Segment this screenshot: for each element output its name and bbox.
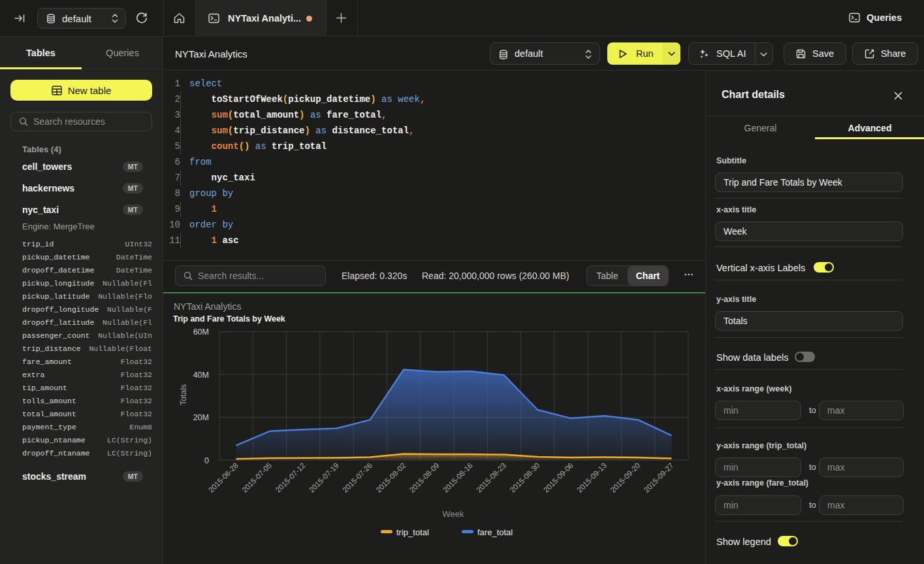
svg-text:2015-09-06: 2015-09-06: [542, 461, 575, 494]
svg-text:2015-08-23: 2015-08-23: [475, 461, 507, 494]
svg-text:2015-09-20: 2015-09-20: [609, 461, 641, 494]
svg-text:2015-07-05: 2015-07-05: [240, 461, 273, 494]
svg-text:NYTaxi Analytics: NYTaxi Analytics: [174, 301, 241, 312]
svg-text:Totals: Totals: [179, 384, 188, 406]
svg-text:2015-08-30: 2015-08-30: [509, 461, 541, 494]
svg-text:2015-09-27: 2015-09-27: [643, 461, 675, 494]
svg-text:2015-07-12: 2015-07-12: [274, 461, 307, 494]
svg-text:40M: 40M: [193, 371, 209, 380]
svg-text:Trip and Fare Totals by Week: Trip and Fare Totals by Week: [173, 314, 285, 323]
svg-text:0: 0: [204, 456, 209, 465]
svg-text:2015-08-16: 2015-08-16: [441, 461, 474, 494]
svg-text:trip_total: trip_total: [396, 527, 429, 537]
svg-text:2015-07-26: 2015-07-26: [341, 461, 374, 494]
svg-text:20M: 20M: [193, 413, 209, 422]
svg-text:2015-08-02: 2015-08-02: [374, 461, 407, 494]
svg-text:fare_total: fare_total: [477, 527, 513, 537]
svg-text:2015-08-09: 2015-08-09: [408, 461, 441, 494]
svg-text:2015-06-28: 2015-06-28: [207, 461, 240, 494]
svg-text:60M: 60M: [193, 327, 209, 337]
svg-text:Week: Week: [443, 509, 464, 519]
svg-text:2015-09-13: 2015-09-13: [575, 461, 608, 494]
svg-text:2015-07-19: 2015-07-19: [308, 461, 340, 494]
